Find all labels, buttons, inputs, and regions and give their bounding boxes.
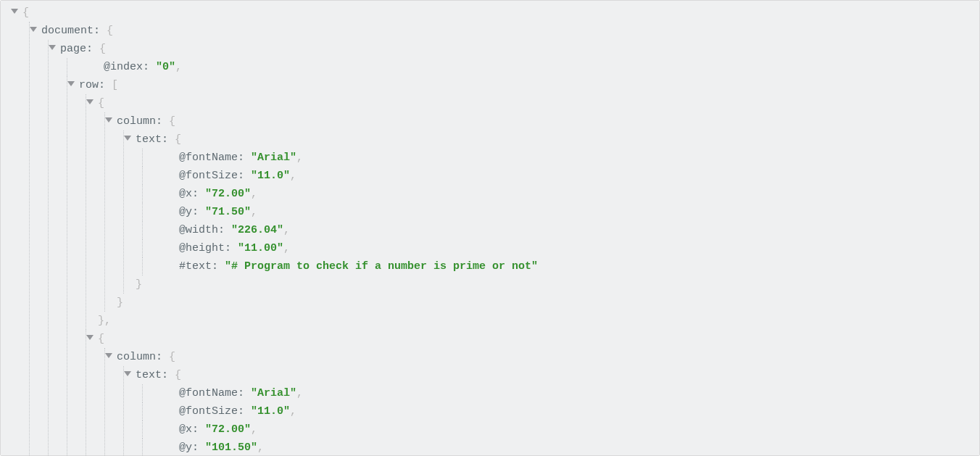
key-value-row[interactable]: @width: "226.04", <box>154 221 979 239</box>
node-text: text: { @fontName: "Arial", <box>117 366 979 456</box>
brace-close[interactable]: } <box>136 275 979 294</box>
key-row[interactable]: document: { <box>41 22 979 40</box>
key-row[interactable]: page: { <box>60 40 979 58</box>
leaf-fontSize: @fontSize: "11.0", <box>136 402 979 420</box>
leaf-x: @x: "72.00", <box>136 185 979 203</box>
brace-close[interactable]: } <box>117 294 979 312</box>
leaf-y: @y: "101.50", <box>136 439 979 456</box>
node-row-item-0: { column: <box>79 94 979 330</box>
key-value-row[interactable]: @fontName: "Arial", <box>154 384 979 402</box>
key-value-row[interactable]: #text: "# Program to check if a number i… <box>154 257 979 275</box>
caret-icon[interactable] <box>124 371 131 376</box>
leaf-x: @x: "72.00", <box>136 420 979 439</box>
key-value-row[interactable]: @fontName: "Arial", <box>154 149 979 167</box>
json-tree-root: { document: { <box>4 4 979 456</box>
brace-open[interactable]: { <box>98 330 979 348</box>
brace-close[interactable]: }, <box>98 312 979 330</box>
leaf-text: #text: "# Program to check if a number i… <box>136 257 979 275</box>
node-row-item-1: { column: <box>79 330 979 456</box>
node-root: { document: { <box>4 4 979 456</box>
leaf-fontName: @fontName: "Arial", <box>136 384 979 402</box>
caret-icon[interactable] <box>124 136 131 141</box>
node-page: page: { @index: "0" <box>41 40 979 456</box>
brace-open[interactable]: { <box>22 4 979 22</box>
brace-open[interactable]: { <box>98 94 979 112</box>
key-row[interactable]: text: { <box>136 130 979 149</box>
key-row[interactable]: row: [ <box>79 76 979 94</box>
json-tree-viewer[interactable]: { document: { <box>0 0 980 456</box>
key-value-row[interactable]: @height: "11.00", <box>154 239 979 257</box>
key-value-row[interactable]: @y: "71.50", <box>154 203 979 221</box>
node-text: text: { @fontName: "Arial", <box>117 130 979 294</box>
caret-icon[interactable] <box>105 117 112 123</box>
key-value-row[interactable]: @fontSize: "11.0", <box>154 402 979 420</box>
caret-icon[interactable] <box>67 81 75 86</box>
leaf-fontName: @fontName: "Arial", <box>136 149 979 167</box>
node-column: column: { <box>98 348 979 456</box>
caret-icon[interactable] <box>11 9 18 14</box>
key-row[interactable]: column: { <box>117 348 979 366</box>
leaf-index: @index: "0" , <box>60 58 979 76</box>
caret-icon[interactable] <box>30 27 37 32</box>
node-document: document: { page: { <box>22 22 979 456</box>
caret-icon[interactable] <box>86 99 94 104</box>
caret-icon[interactable] <box>49 45 56 50</box>
node-row-array: row: [ { <box>60 76 979 456</box>
caret-icon[interactable] <box>105 353 112 358</box>
key-value-row[interactable]: @x: "72.00", <box>154 420 979 439</box>
key-value-row[interactable]: @x: "72.00", <box>154 185 979 203</box>
key-value-row[interactable]: @fontSize: "11.0", <box>154 167 979 185</box>
key-value-row[interactable]: @y: "101.50", <box>154 439 979 456</box>
leaf-y: @y: "71.50", <box>136 203 979 221</box>
caret-icon[interactable] <box>86 335 94 340</box>
key-row[interactable]: column: { <box>117 112 979 130</box>
leaf-fontSize: @fontSize: "11.0", <box>136 167 979 185</box>
leaf-width: @width: "226.04", <box>136 221 979 239</box>
leaf-height: @height: "11.00", <box>136 239 979 257</box>
node-column: column: { <box>98 112 979 312</box>
key-row[interactable]: text: { <box>136 366 979 384</box>
key-value-row[interactable]: @index: "0" , <box>79 58 979 76</box>
